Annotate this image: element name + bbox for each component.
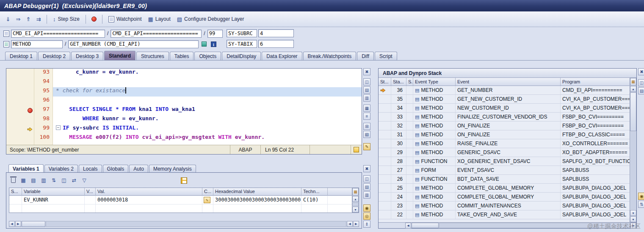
sy-subrc-value-field[interactable] [258,29,294,37]
sort-button[interactable]: ⇅ [50,176,58,185]
step-size-button[interactable]: ↕ Step Size [50,15,82,23]
refresh-button[interactable]: ⇅ [638,201,644,208]
stack-row[interactable]: 36▤METHODGET_NUMBERCMD_EI_API========== [379,86,630,95]
add-button[interactable]: ⊞ [363,123,370,130]
breakpoint-margin[interactable] [6,97,34,106]
stack-column-header-s[interactable]: S.. [406,78,413,86]
hscroll-thumb[interactable] [412,223,439,228]
delete-button[interactable] [9,176,17,185]
save-layout-button[interactable] [180,176,188,185]
rows-button[interactable]: ▤ [363,86,370,94]
hscroll-track[interactable] [46,221,346,227]
tab-break-watchpoints[interactable]: Break./Watchpoints [303,52,357,60]
stack-row[interactable]: 27▤FORMEVENT_DSAVCSAPLBUSS [379,166,630,175]
stack-table-settings-button[interactable]: ▦ [630,78,636,86]
tab-tables[interactable]: Tables [170,52,194,60]
code-text[interactable]: WHERE kunnr = ev_kunnr. [53,115,362,124]
variables-table-settings-button[interactable]: ▦ [352,188,359,196]
variable-row[interactable]: EV_KUNNR0000003018✎300030003000300030003… [9,196,352,204]
vscroll-track[interactable] [352,202,359,206]
export-button[interactable]: ▥ [39,176,48,185]
variable-row[interactable] [9,204,352,213]
resize-button[interactable]: ⇕ [363,221,370,228]
vscroll-track[interactable] [630,132,636,210]
stack-row[interactable]: 29▤METHODGENERIC_DSAVCXO_BDT_ADAPTER====… [379,148,630,157]
create-watchpoint-button[interactable] [89,14,99,24]
column-header-val[interactable]: Val. [96,188,202,195]
tab-standard[interactable]: Standard [104,51,135,60]
stack-row[interactable]: 31▤METHODON_FINALIZEFTBP_BO_CLASSIC===== [379,130,630,139]
stack-column-header-st[interactable]: St... [379,78,391,86]
stack-row[interactable]: 22▤METHODTAKE_OVER_AND_SAVESAPLBUPA_DIAL… [379,210,630,219]
breakpoint-margin[interactable] [6,124,34,134]
detail-view-button[interactable]: ▤ [29,176,38,185]
columns-button[interactable]: ▥ [363,191,370,199]
table-view-button[interactable]: ▦ [19,176,28,185]
include-field[interactable] [111,30,202,38]
vars-tab-variables-1[interactable]: Variables 1 [8,164,44,173]
sy-tabix-value-field[interactable] [258,40,294,48]
rows-button[interactable]: ▤ [363,183,370,191]
close-button[interactable]: ✖ [363,68,370,75]
compare-button[interactable]: ◫ [60,176,68,185]
stack-row[interactable]: 35▤METHODGET_NEW_CUSTOMER_IDCVI_KA_BP_CU… [379,95,630,104]
scroll-up-button[interactable]: ▲ [352,196,359,202]
stack-column-header-event[interactable]: Event [456,78,561,86]
fold-collapse-icon[interactable]: − [56,125,61,130]
tab-objects[interactable]: Objects [194,52,221,60]
code-text[interactable]: * check for existance [53,87,362,97]
tab-desktop-3[interactable]: Desktop 3 [71,52,103,60]
tab-desktop-1[interactable]: Desktop 1 [5,52,37,60]
watchpoint-button[interactable]: Watchpoint [106,15,144,23]
vars-tab-locals[interactable]: Locals [79,165,102,173]
code-text[interactable]: −IF sy-subrc IS INITIAL. [53,124,362,134]
split-view-button[interactable]: ◫ [363,78,370,86]
program-field[interactable] [11,30,105,38]
breakpoint-margin[interactable] [6,69,34,78]
key-button[interactable]: ◎ [363,213,370,220]
step-over-button[interactable]: ⇒ [14,14,23,24]
split-view-button[interactable]: ◫ [638,79,644,86]
list-button[interactable]: ≡ [363,113,370,120]
lock-button[interactable]: ◉ [363,204,370,212]
tab-data-explorer[interactable]: Data Explorer [262,52,302,60]
continue-button[interactable]: ⇉ [34,14,43,24]
info-button[interactable]: i [210,40,217,48]
display-source-button[interactable] [200,40,208,48]
code-text[interactable]: c_kunnr = ev_kunnr. [53,69,362,78]
column-header-v[interactable]: V... [85,188,96,195]
columns-button[interactable]: ▥ [363,94,370,102]
vars-tab-auto[interactable]: Auto [129,165,148,173]
layout-button[interactable]: ▦ Layout [145,15,173,23]
vars-tab-variables-2[interactable]: Variables 2 [44,165,78,173]
scroll-up-button[interactable]: ▲ [630,86,636,92]
step-out-button[interactable]: ⇑ [24,14,33,24]
vars-tab-memory-analysis[interactable]: Memory Analysis [149,165,196,173]
close-button[interactable]: ✖ [638,68,644,75]
close-button[interactable]: ✖ [363,165,370,172]
code-text[interactable]: SELECT SINGLE * FROM kna1 INTO wa_kna1 [53,106,362,115]
column-header-techn[interactable]: Techn... [301,188,328,195]
sy-subrc-label-field[interactable] [227,29,257,37]
breakpoint-margin[interactable] [6,115,34,124]
stack-column-header-program[interactable]: Program [561,78,630,86]
tab-structures[interactable]: Structures [136,52,169,60]
event-type-field[interactable] [11,40,63,48]
tab-diff[interactable]: Diff [357,52,374,60]
column-header-hexadecimal-value[interactable]: Hexadecimal Value [213,188,301,195]
stack-row[interactable]: 34▤METHODNEW_CUSTOMER_IDCVI_KA_BP_CUSTOM… [379,104,630,113]
swap-button[interactable]: ⇄ [70,176,78,185]
step-into-button[interactable]: ⇓ [3,14,13,24]
sy-tabix-label-field[interactable] [227,40,257,48]
notes-button[interactable]: ✎ [363,143,370,150]
event-field[interactable] [68,40,199,48]
stack-row[interactable]: 33▤METHODFINALIZE_CUSTOMER_VENDOR_IDSFSB… [379,113,630,122]
code-text[interactable] [53,78,362,87]
grid-button[interactable]: ▦ [363,105,370,112]
stack-row[interactable]: 23▤METHODCOMMIT_MAINTENANCESSAPLBUPA_DIA… [379,202,630,210]
rows-button[interactable]: ▤ [638,87,644,94]
notes-button[interactable] [351,145,362,154]
scroll-down-button[interactable]: ▼ [630,216,636,222]
split-view-button[interactable]: ◫ [363,175,370,182]
filter-button[interactable]: ▽ [80,176,88,185]
